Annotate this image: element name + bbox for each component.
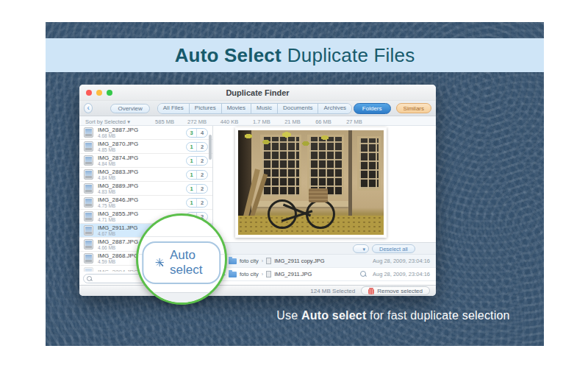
tab-folders[interactable]: Folders [354, 103, 391, 114]
title-bar: Duplicate Finder [79, 85, 436, 101]
image-file-icon [84, 239, 93, 250]
image-file-icon [84, 267, 93, 272]
auto-select-dropdown-button[interactable]: ▾ [353, 244, 369, 253]
file-name: IMG_2870.JPG [98, 141, 186, 147]
list-item[interactable]: IMG_2874.JPG 4.84 MB 1 2 [79, 154, 212, 168]
list-item[interactable]: IMG_2889.JPG 4.83 MB 1 2 [79, 182, 212, 196]
duplicate-file-name: IMG_2911.JPG [274, 271, 312, 277]
total-size-label: 66 MB [307, 118, 340, 125]
trash-icon [368, 288, 374, 294]
selected-count: 1 [187, 157, 197, 165]
file-name: IMG_2889.JPG [98, 183, 186, 189]
magnified-row-divider [138, 236, 225, 237]
total-size-label: 21 MB [276, 118, 309, 125]
detail-panel: ▾ Deselect all ▸ foto city › IMG_2911 co… [213, 126, 436, 285]
total-size-label: 440 KB [213, 118, 245, 125]
image-file-icon [84, 253, 93, 263]
duplicate-row[interactable]: ▸ foto city › IMG_2911.JPG Aug 28, 2009,… [213, 268, 436, 281]
image-file-icon [84, 127, 93, 138]
image-file-icon [84, 225, 93, 236]
photo-bicycle-wheel [268, 199, 297, 229]
file-icon [266, 271, 271, 277]
image-file-icon [84, 169, 93, 180]
list-item[interactable]: IMG_2846.JPG 4.75 MB 1 2 [79, 196, 212, 210]
minimize-window-icon[interactable] [96, 90, 102, 96]
banner: Auto Select Duplicate Files [46, 38, 544, 72]
tab-movies[interactable]: Movies [222, 104, 251, 113]
tab-bar: ‹ Overview All FilesPicturesMoviesMusicD… [79, 101, 436, 116]
caption-bold: Auto select [301, 309, 366, 322]
deselect-all-button[interactable]: Deselect all [372, 244, 415, 253]
screenshot-canvas: Auto Select Duplicate Files Duplicate Fi… [0, 0, 588, 368]
tab-documents[interactable]: Documents [278, 104, 318, 113]
caption-prefix: Use [276, 309, 301, 322]
duplicate-rows: ▸ foto city › IMG_2911 copy.JPG Aug 28, … [213, 255, 436, 281]
list-item[interactable]: IMG_2883.JPG 4.84 MB 1 2 [79, 168, 212, 182]
search-icon [87, 276, 92, 281]
tab-music[interactable]: Music [251, 104, 278, 113]
breadcrumb-separator: › [262, 258, 263, 263]
duplicate-count-badge: 1 2 [186, 198, 208, 208]
duplicates-toolbar: ▾ Deselect all [213, 243, 436, 255]
selected-size-info: 124 MB Selected [310, 288, 355, 294]
close-window-icon[interactable] [86, 90, 92, 96]
tab-all-files[interactable]: All Files [158, 104, 190, 113]
total-count: 2 [197, 157, 207, 165]
banner-bold-text: Auto Select [175, 44, 282, 67]
photo-window-right [357, 136, 381, 191]
preview-photo-frame [235, 127, 387, 238]
duplicate-date: Aug 28, 2009, 23:04:16 [373, 271, 430, 277]
image-file-icon [84, 155, 93, 166]
folder-icon [229, 272, 237, 277]
duplicate-count-badge: 1 2 [186, 142, 208, 152]
status-bar: 124 MB Selected Remove selected [79, 285, 436, 296]
selected-count: 1 [187, 171, 197, 179]
list-item[interactable]: IMG_2887.JPG 4.68 MB 3 4 [79, 126, 212, 140]
file-name: IMG_2883.JPG [98, 169, 186, 175]
auto-select-button[interactable]: Auto select [142, 241, 220, 284]
photo-bicycle-basket [309, 188, 328, 202]
list-header-row: Sort by Selected ▾ 585 MB272 MB440 KB1.7… [79, 116, 436, 126]
file-meta: IMG_2874.JPG 4.84 MB [98, 155, 186, 167]
tab-archives[interactable]: Archives [318, 104, 351, 113]
file-meta: IMG_2883.JPG 4.84 MB [98, 169, 186, 181]
remove-selected-button[interactable]: Remove selected [361, 286, 430, 295]
duplicate-row[interactable]: ▸ foto city › IMG_2911 copy.JPG Aug 28, … [213, 255, 436, 268]
file-size: 4.68 MB [98, 133, 186, 138]
duplicate-row-right: Aug 28, 2009, 23:04:16 [360, 271, 430, 277]
caption-suffix: for fast duplicate selection [366, 309, 509, 322]
file-icon [266, 258, 271, 264]
tab-similars[interactable]: Similars [396, 103, 431, 113]
file-size: 4.75 MB [98, 203, 186, 208]
file-size: 4.83 MB [98, 189, 186, 194]
scrollbar-thumb[interactable] [209, 135, 212, 160]
preview-area [213, 126, 436, 242]
tab-group: All FilesPicturesMoviesMusicDocumentsArc… [157, 103, 352, 114]
duplicate-count-badge: 1 2 [186, 156, 208, 166]
zoom-window-icon[interactable] [107, 90, 112, 96]
duplicate-finder-window: Duplicate Finder ‹ Overview All FilesPic… [79, 85, 436, 296]
caption: Use Auto select for fast duplicate selec… [239, 309, 548, 322]
duplicates-panel: ▾ Deselect all ▸ foto city › IMG_2911 co… [213, 242, 436, 285]
background-panel: Auto Select Duplicate Files Duplicate Fi… [46, 22, 544, 346]
file-meta: IMG_2889.JPG 4.83 MB [98, 183, 186, 195]
tab-pictures[interactable]: Pictures [190, 104, 222, 113]
duplicate-row-right: Aug 28, 2009, 23:04:16 [373, 258, 430, 264]
tab-overview[interactable]: Overview [110, 104, 149, 113]
remove-selected-label: Remove selected [377, 288, 423, 294]
auto-select-label: Auto select [170, 248, 208, 277]
magnifier-callout: Auto select [136, 213, 227, 305]
list-item[interactable]: IMG_2870.JPG 4.85 MB 1 2 [79, 140, 212, 154]
banner-text: Duplicate Files [287, 44, 415, 67]
zoom-preview-icon[interactable] [360, 271, 367, 277]
sort-by-control[interactable]: Sort by Selected ▾ [85, 118, 130, 125]
photo-hanging-leaves [238, 130, 348, 149]
image-file-icon [84, 141, 93, 152]
total-count: 4 [197, 129, 207, 137]
file-meta: IMG_2887.JPG 4.68 MB [98, 127, 186, 139]
sort-by-label: Sort by Selected [85, 118, 126, 125]
back-button[interactable]: ‹ [84, 103, 93, 113]
image-file-icon [84, 211, 93, 222]
total-count: 2 [197, 185, 207, 193]
magic-wand-icon [155, 255, 164, 269]
